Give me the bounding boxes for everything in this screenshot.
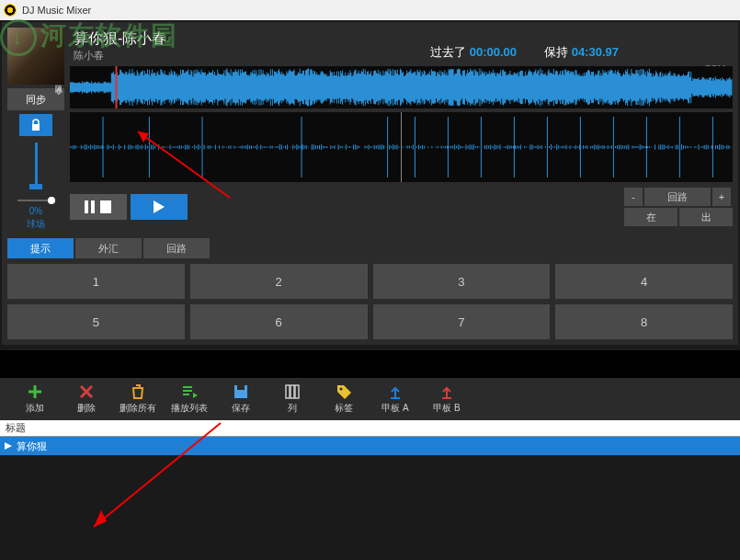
- cue-pad-1[interactable]: 1: [7, 264, 185, 299]
- pitch-slider[interactable]: [25, 140, 47, 191]
- playlist-row-title: 算你狠: [17, 440, 47, 453]
- svg-rect-8: [237, 385, 245, 390]
- deck-a: 同步 0% 球场 算你狠-陈小春 陈小春: [2, 22, 738, 345]
- toolbar-upA-button[interactable]: 甲板 A: [370, 382, 421, 417]
- lock-icon: [30, 119, 41, 131]
- toolbar-upB-button[interactable]: 甲板 B: [421, 382, 472, 417]
- svg-point-12: [340, 388, 343, 391]
- waveform-zoom[interactable]: [70, 112, 733, 182]
- library-toolbar: 添加删除删除所有播放列表保存列标签甲板 A甲板 B: [0, 378, 740, 420]
- toolbar-trash-button[interactable]: 删除所有: [112, 382, 164, 417]
- loop-button[interactable]: 回路: [644, 188, 711, 206]
- loop-double-button[interactable]: +: [712, 188, 731, 206]
- svg-rect-14: [442, 397, 451, 399]
- pitch-label: 球场: [27, 218, 45, 231]
- svg-rect-11: [295, 385, 299, 398]
- loop-out-button[interactable]: 出: [679, 208, 733, 226]
- x-icon: [77, 383, 96, 400]
- pitch-range-slider[interactable]: [17, 197, 55, 204]
- toolbar-x-button[interactable]: 删除: [61, 382, 112, 417]
- cue-pad-6[interactable]: 6: [190, 304, 368, 339]
- svg-rect-13: [391, 397, 400, 399]
- cue-pad-grid: 12345678: [7, 264, 733, 339]
- svg-rect-4: [100, 200, 111, 213]
- svg-rect-10: [290, 385, 294, 398]
- app-icon: [4, 4, 17, 17]
- sync-button[interactable]: 同步: [7, 88, 64, 110]
- tab-cue[interactable]: 提示: [7, 238, 74, 258]
- play-icon: [152, 200, 166, 214]
- window-titlebar: DJ Music Mixer: [0, 0, 740, 20]
- playlist-icon: [180, 383, 199, 400]
- svg-marker-5: [154, 200, 165, 213]
- loop-half-button[interactable]: -: [624, 188, 643, 206]
- cue-pad-5[interactable]: 5: [7, 304, 185, 339]
- svg-rect-3: [91, 200, 95, 213]
- playlist-header-title[interactable]: 标题: [0, 420, 740, 437]
- play-indicator-icon: [4, 441, 13, 451]
- loop-in-button[interactable]: 在: [624, 208, 677, 226]
- cue-pad-3[interactable]: 3: [373, 264, 551, 299]
- waveform-overview[interactable]: [70, 66, 733, 109]
- tab-fx[interactable]: 外汇: [75, 238, 142, 258]
- svg-marker-15: [5, 442, 12, 450]
- toolbar-tag-button[interactable]: 标签: [318, 382, 370, 417]
- cue-pad-2[interactable]: 2: [190, 264, 368, 299]
- cue-pad-8[interactable]: 8: [555, 304, 733, 339]
- trash-icon: [129, 383, 147, 400]
- pause-icon: [85, 200, 112, 213]
- watermark: 河东软件园: [0, 18, 178, 56]
- svg-rect-0: [32, 124, 40, 131]
- svg-rect-1: [115, 66, 117, 109]
- remain-label: 保持: [544, 45, 568, 59]
- keylock-button[interactable]: [19, 114, 52, 136]
- svg-marker-6: [193, 393, 198, 398]
- pitch-percent: 0%: [29, 206, 42, 216]
- elapsed-value: 00:00.00: [470, 45, 517, 59]
- upA-icon: [386, 383, 404, 400]
- toolbar-playlist-button[interactable]: 播放列表: [164, 382, 215, 417]
- toolbar-save-button[interactable]: 保存: [215, 382, 267, 417]
- pause-stop-button[interactable]: [70, 194, 127, 220]
- separator-bar: [0, 350, 740, 378]
- save-icon: [232, 383, 250, 400]
- svg-rect-9: [286, 385, 290, 398]
- tag-icon: [335, 383, 353, 400]
- playlist-row[interactable]: 算你狠: [0, 437, 740, 455]
- watermark-logo-icon: [0, 19, 37, 56]
- toolbar-plus-button[interactable]: 添加: [9, 382, 61, 417]
- cue-pad-7[interactable]: 7: [373, 304, 551, 339]
- plus-icon: [26, 383, 44, 400]
- remain-value: 04:30.97: [572, 45, 619, 59]
- tab-loop[interactable]: 回路: [143, 238, 210, 258]
- upB-icon: [438, 383, 456, 400]
- cue-tabs: 提示 外汇 回路: [7, 238, 733, 258]
- svg-marker-19: [94, 510, 107, 527]
- cue-pad-4[interactable]: 4: [555, 264, 733, 299]
- columns-icon: [283, 383, 302, 400]
- window-title: DJ Music Mixer: [22, 5, 91, 16]
- svg-rect-2: [85, 200, 88, 213]
- elapsed-label: 过去了: [430, 45, 466, 59]
- toolbar-columns-button[interactable]: 列: [267, 382, 318, 417]
- play-button[interactable]: [131, 194, 188, 220]
